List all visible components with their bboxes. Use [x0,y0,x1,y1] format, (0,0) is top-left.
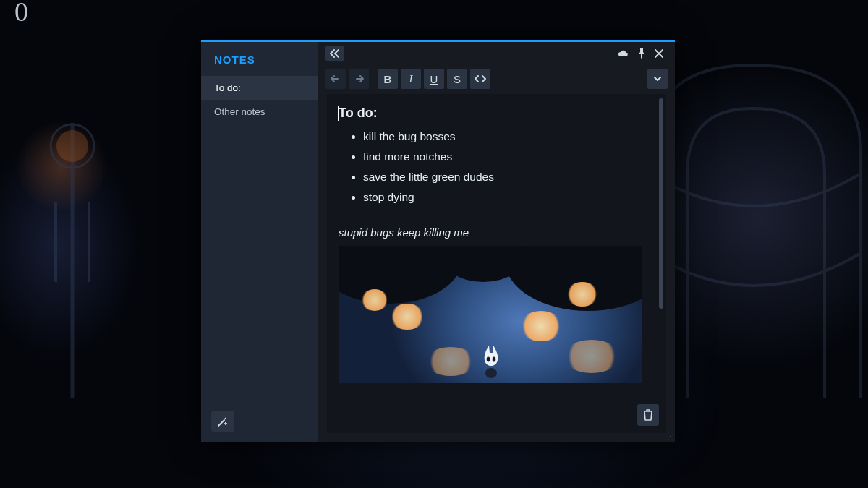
hud-counter: 0 [14,0,28,27]
sidebar-item-todo[interactable]: To do: [201,76,318,100]
arches-silhouette [644,22,868,398]
trash-icon [643,409,653,421]
sidebar-item-other[interactable]: Other notes [201,100,318,124]
more-formatting-button[interactable] [647,69,668,89]
list-item[interactable]: kill the bug bosses [363,127,650,147]
delete-note-button[interactable] [637,404,659,426]
embedded-screenshot[interactable] [339,246,642,383]
redo-button[interactable] [349,69,369,89]
list-item[interactable]: save the little green dudes [363,167,650,187]
pin-button[interactable] [633,46,650,61]
bold-glyph: B [384,73,392,85]
collapse-sidebar-button[interactable] [326,46,344,61]
undo-button[interactable] [326,69,346,89]
knight-character-icon [479,344,503,379]
svg-point-7 [493,357,496,362]
note-heading[interactable]: To do: [339,106,650,121]
svg-point-5 [485,368,497,378]
note-caption[interactable]: stupid bugs keep killing me [339,226,650,239]
italic-button[interactable]: I [401,69,421,89]
underline-glyph: U [430,73,438,85]
notes-overlay-window: NOTES To do: Other notes [201,40,675,442]
resize-grip-icon[interactable]: ⋰ [667,432,673,440]
editor-toolbar: B I U S [318,65,675,93]
notes-sidebar: NOTES To do: Other notes [201,42,318,442]
chevrons-left-icon [329,48,341,59]
italic-glyph: I [409,73,413,85]
underline-button[interactable]: U [424,69,444,89]
bold-button[interactable]: B [378,69,398,89]
pin-icon [637,48,646,59]
strikethrough-button[interactable]: S [447,69,467,89]
list-item[interactable]: find more notches [363,147,650,167]
list-item[interactable]: stop dying [363,187,650,207]
svg-point-6 [487,357,490,362]
cloud-upload-button[interactable] [613,46,633,61]
close-button[interactable] [650,46,668,61]
new-note-button[interactable] [211,411,234,432]
text-caret [338,106,339,121]
close-icon [655,49,663,58]
note-content-pane: B I U S To do: [318,42,675,442]
lamp-silhouette [40,94,105,398]
undo-icon [330,74,341,84]
chevron-down-icon [652,74,663,84]
note-list: To do: Other notes [201,76,318,411]
todo-list[interactable]: kill the bug bosses find more notches sa… [339,127,650,207]
wand-plus-icon [217,416,229,427]
code-icon [474,74,487,84]
strike-glyph: S [454,73,461,85]
sidebar-title: NOTES [201,42,318,76]
redo-icon [353,74,365,84]
code-button[interactable] [470,69,490,89]
cloud-icon [617,48,629,59]
note-heading-text: To do: [339,106,378,120]
editor-content[interactable]: To do: kill the bug bosses find more not… [327,94,666,433]
window-topbar [318,42,675,65]
svg-point-1 [56,130,88,162]
editor-area[interactable]: To do: kill the bug bosses find more not… [327,94,666,433]
